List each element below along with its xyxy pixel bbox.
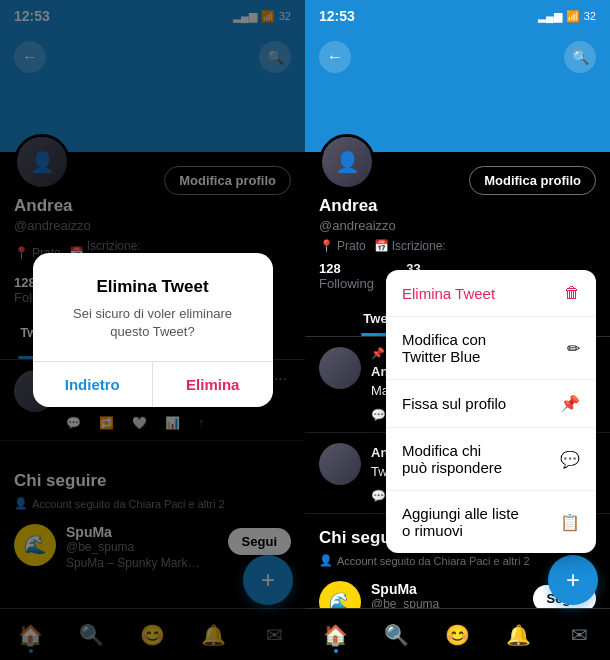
status-icons-right: ▂▄▆ 📶 32 [538,10,596,23]
joindate-right: 📅 Iscrizione: [374,239,446,253]
modal-box-left: Elimina Tweet Sei sicuro di voler elimin… [33,253,273,407]
profile-avatar-right: 👤 [319,134,375,190]
dropdown-edit-reply[interactable]: Modifica chipuò rispondere 💬 [386,428,596,491]
back-button-right[interactable]: ← [319,41,351,73]
signal-icon-right: ▂▄▆ [538,10,562,23]
edit-profile-button-right[interactable]: Modifica profilo [469,166,596,195]
pin-icon: 📌 [560,394,580,413]
search-button-right[interactable]: 🔍 [564,41,596,73]
edit-icon: ✏ [567,339,580,358]
notifications-nav-right[interactable]: 🔔 [497,613,541,657]
follow-name-right: SpuMa [371,581,523,597]
profile-name-right: Andrea [319,196,469,216]
dropdown-menu-right: Elimina Tweet 🗑 Modifica conTwitter Blue… [386,270,596,553]
tweet-avatar-delete-right [319,443,361,485]
modal-desc-left: Sei sicuro di voler eliminare questo Twe… [53,305,253,341]
active-indicator-right [334,649,338,653]
modal-title-left: Elimina Tweet [53,277,253,297]
delete-icon: 🗑 [564,284,580,302]
dropdown-edit-label: Modifica conTwitter Blue [402,331,486,365]
location-right: 📍 Prato [319,239,366,253]
dropdown-delete-tweet[interactable]: Elimina Tweet 🗑 [386,270,596,317]
dropdown-edit-twitter-blue[interactable]: Modifica conTwitter Blue ✏ [386,317,596,380]
dropdown-list-label: Aggiungi alle listeo rimuovi [402,505,519,539]
status-bar-right: 12:53 ▂▄▆ 📶 32 [305,0,610,32]
dropdown-pin-profile[interactable]: Fissa sul profilo 📌 [386,380,596,428]
search-nav-right[interactable]: 🔍 [375,613,419,657]
modal-cancel-button-left[interactable]: Indietro [33,362,154,407]
tweet-avatar-image-pinned-right [319,347,361,389]
following-stat-right: 128 Following [319,261,394,291]
wifi-icon-right: 📶 [566,10,580,23]
avatar-image-right: 👤 [322,137,372,187]
left-panel: 12:53 ▂▄▆ 📶 32 ← 🔍 👤 Andrea @andreaizzo … [0,0,305,660]
battery-right: 32 [584,10,596,22]
list-icon: 📋 [560,513,580,532]
status-time-right: 12:53 [319,8,355,24]
messages-nav-right[interactable]: ✉ [558,613,602,657]
home-nav-right[interactable]: 🏠 [314,613,358,657]
profile-handle-right: @andreaizzo [319,218,469,233]
dropdown-delete-label: Elimina Tweet [402,285,495,302]
tweet-avatar-image-delete-right [319,443,361,485]
modal-overlay-left: Elimina Tweet Sei sicuro di voler elimin… [0,0,305,660]
dropdown-reply-label: Modifica chipuò rispondere [402,442,502,476]
modal-delete-button-left[interactable]: Elimina [153,362,273,407]
tweet-avatar-pinned-right [319,347,361,389]
right-panel: 12:53 ▂▄▆ 📶 32 ← 🔍 👤 Andrea @andreaizzo … [305,0,610,660]
profile-meta-right: 📍 Prato 📅 Iscrizione: [319,239,469,253]
reply-action-delete-right[interactable]: 💬 [371,489,386,503]
modal-actions-left: Indietro Elimina [33,361,273,407]
person-icon-right: 👤 [319,554,333,567]
spaces-nav-right[interactable]: 😊 [436,613,480,657]
fab-right[interactable]: + [548,555,598,605]
bottom-nav-right: 🏠 🔍 😊 🔔 ✉ [305,608,610,660]
reply-icon: 💬 [560,450,580,469]
top-nav-right: ← 🔍 [305,32,610,82]
dropdown-pin-label: Fissa sul profilo [402,395,506,412]
dropdown-add-list[interactable]: Aggiungi alle listeo rimuovi 📋 [386,491,596,553]
